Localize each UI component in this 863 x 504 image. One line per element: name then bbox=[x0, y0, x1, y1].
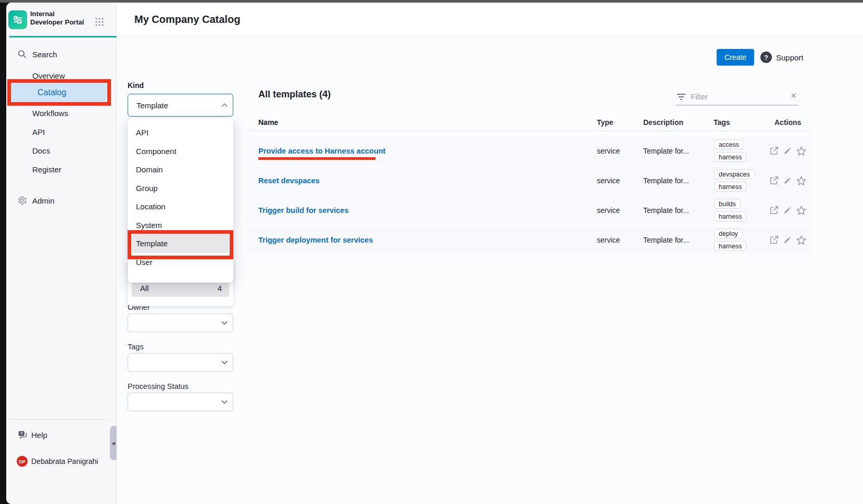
dropdown-option-location[interactable]: Location bbox=[128, 197, 233, 216]
template-link[interactable]: Reset devspaces bbox=[258, 177, 320, 185]
sidebar-collapse-handle[interactable]: ◀ bbox=[110, 426, 117, 460]
column-header-actions: Actions bbox=[774, 118, 801, 127]
annotation-box-template bbox=[128, 230, 233, 259]
table-title: All templates (4) bbox=[258, 89, 331, 100]
kind-select[interactable]: Template bbox=[128, 94, 233, 117]
tag-chip: harness bbox=[714, 241, 746, 251]
filter-funnel-icon bbox=[676, 92, 686, 102]
chevron-left-icon: ◀ bbox=[111, 441, 115, 446]
template-link[interactable]: Trigger deployment for services bbox=[258, 236, 373, 244]
kind-filter-label: Kind bbox=[128, 81, 144, 90]
tag-chip: harness bbox=[714, 211, 746, 221]
dropdown-option-domain[interactable]: Domain bbox=[128, 160, 233, 179]
dropdown-option-group[interactable]: Group bbox=[128, 179, 233, 198]
option-label: Domain bbox=[136, 165, 163, 174]
row-type: service bbox=[597, 147, 620, 155]
sidebar-item-label: Register bbox=[32, 165, 61, 174]
edit-pencil-icon[interactable] bbox=[783, 177, 792, 185]
clear-filter-icon[interactable]: ✕ bbox=[790, 91, 797, 100]
sidebar-divider bbox=[9, 36, 117, 37]
processing-status-select[interactable] bbox=[128, 393, 233, 411]
search-label: Search bbox=[32, 50, 57, 59]
row-type: service bbox=[597, 236, 620, 244]
star-icon[interactable] bbox=[796, 235, 806, 245]
table-row: Trigger deployment for services service … bbox=[246, 226, 811, 254]
sidebar: Internal Developer Portal Search Overvie… bbox=[6, 3, 117, 504]
create-button[interactable]: Create bbox=[717, 49, 754, 66]
tag-chip: access bbox=[714, 140, 744, 149]
gear-icon bbox=[18, 196, 27, 205]
chevron-down-icon bbox=[221, 321, 228, 325]
option-label: Component bbox=[136, 147, 177, 156]
sidebar-item-label: Docs bbox=[32, 146, 50, 155]
sidebar-item-register[interactable]: Register bbox=[6, 160, 117, 178]
template-link[interactable]: Trigger build for services bbox=[258, 206, 348, 215]
star-icon[interactable] bbox=[796, 146, 806, 156]
annotation-box-catalog bbox=[7, 79, 111, 106]
apps-grid-icon[interactable] bbox=[95, 17, 104, 27]
edit-pencil-icon[interactable] bbox=[783, 206, 792, 215]
table-row: Provide access to Harness account servic… bbox=[246, 137, 811, 165]
column-header-description: Description bbox=[643, 118, 683, 127]
option-label: System bbox=[136, 221, 162, 230]
tag-chip: builds bbox=[714, 199, 741, 209]
sidebar-item-label: API bbox=[32, 128, 45, 136]
table-row: Reset devspaces service Template for... … bbox=[246, 167, 811, 194]
sidebar-item-label: Admin bbox=[32, 196, 55, 205]
app-logo-icon bbox=[8, 10, 27, 29]
sidebar-item-docs[interactable]: Docs bbox=[6, 142, 117, 159]
sidebar-item-workflows[interactable]: Workflows bbox=[6, 104, 117, 122]
column-header-tags: Tags bbox=[714, 118, 730, 127]
table-filter: ✕ bbox=[676, 89, 798, 106]
owner-select[interactable] bbox=[128, 313, 233, 332]
template-link[interactable]: Provide access to Harness account bbox=[258, 147, 385, 155]
support-label: Support bbox=[776, 53, 804, 62]
tags-select[interactable] bbox=[128, 353, 233, 372]
user-menu[interactable]: DP Debabrata Panigrahi bbox=[6, 452, 117, 470]
sidebar-item-help[interactable]: ? Help bbox=[6, 426, 117, 444]
column-header-name: Name bbox=[258, 118, 278, 127]
tag-chip: deploy bbox=[714, 229, 743, 238]
sidebar-item-api[interactable]: API bbox=[6, 123, 117, 141]
page-title: My Company Catalog bbox=[134, 14, 240, 26]
filter-input[interactable] bbox=[691, 90, 779, 103]
page-header: My Company Catalog bbox=[117, 3, 863, 37]
chevron-up-icon bbox=[221, 103, 228, 107]
row-description: Template for... bbox=[643, 177, 689, 185]
circuit-logo-glyph bbox=[12, 14, 23, 26]
sidebar-item-admin[interactable]: Admin bbox=[6, 192, 117, 209]
edit-pencil-icon[interactable] bbox=[783, 147, 792, 155]
sidebar-item-label: Overview bbox=[32, 71, 65, 80]
all-count: 4 bbox=[218, 284, 222, 293]
edit-pencil-icon[interactable] bbox=[783, 236, 792, 244]
search-icon bbox=[18, 50, 27, 59]
row-description: Template for... bbox=[643, 206, 689, 215]
tag-chip: harness bbox=[714, 182, 746, 192]
user-name: Debabrata Panigrahi bbox=[31, 457, 98, 465]
annotation-underline-provide-access bbox=[258, 157, 376, 160]
processing-status-filter-label: Processing Status bbox=[128, 382, 189, 390]
app-title: Internal Developer Portal bbox=[30, 10, 87, 27]
table-row: Trigger build for services service Templ… bbox=[246, 196, 811, 224]
row-description: Template for... bbox=[643, 147, 689, 155]
avatar: DP bbox=[17, 456, 28, 467]
open-in-new-icon[interactable] bbox=[770, 206, 779, 215]
app-window: Internal Developer Portal Search Overvie… bbox=[6, 3, 863, 504]
option-label: Location bbox=[136, 202, 166, 211]
open-in-new-icon[interactable] bbox=[770, 146, 779, 155]
sidebar-search[interactable]: Search bbox=[6, 45, 117, 63]
sidebar-item-label: Workflows bbox=[32, 109, 68, 118]
support-button[interactable]: ? Support bbox=[760, 52, 804, 63]
open-in-new-icon[interactable] bbox=[770, 176, 779, 185]
open-in-new-icon[interactable] bbox=[770, 235, 779, 244]
row-type: service bbox=[597, 177, 620, 185]
create-button-label: Create bbox=[724, 53, 746, 61]
kind-select-value: Template bbox=[136, 101, 168, 110]
tag-chip: devspaces bbox=[714, 169, 755, 179]
star-icon[interactable] bbox=[796, 206, 806, 215]
dropdown-option-api[interactable]: API bbox=[128, 123, 233, 142]
dropdown-option-component[interactable]: Component bbox=[128, 142, 233, 161]
star-icon[interactable] bbox=[796, 176, 806, 185]
tag-chip: harness bbox=[714, 152, 746, 162]
chevron-down-icon bbox=[221, 360, 228, 364]
